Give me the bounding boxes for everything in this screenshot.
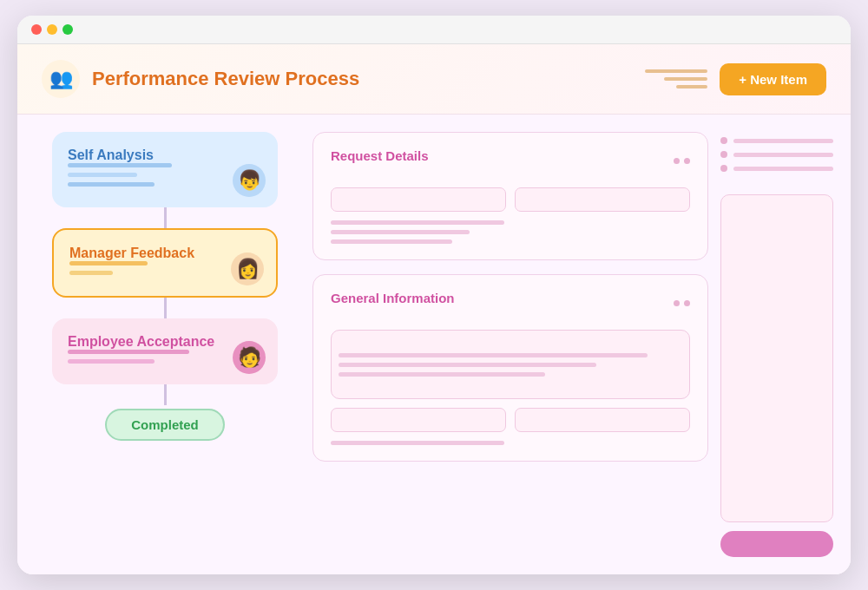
header-right: + New Item <box>645 63 826 95</box>
form-line <box>331 239 452 244</box>
form-line <box>331 441 504 445</box>
avatar-icon: 👩 <box>236 258 260 280</box>
new-item-button[interactable]: + New Item <box>720 63 826 95</box>
details-panel: Request Details <box>312 132 833 557</box>
self-analysis-title: Self Analysis <box>68 148 154 162</box>
line <box>68 182 155 187</box>
right-main: Request Details <box>312 132 833 557</box>
people-icon: 👥 <box>49 68 73 90</box>
completed-badge: Completed <box>105 409 225 441</box>
maximize-dot[interactable] <box>62 24 73 35</box>
self-analysis-avatar: 👦 <box>233 164 266 197</box>
request-detail-lines <box>331 220 690 244</box>
connector-1 <box>164 207 167 228</box>
line <box>68 173 137 177</box>
general-field-2[interactable] <box>515 408 690 432</box>
manager-feedback-card[interactable]: Manager Feedback 👩 <box>52 228 278 298</box>
side-dot <box>720 151 727 158</box>
request-details-card: Request Details <box>312 132 708 260</box>
general-information-card: General Information <box>312 274 708 462</box>
side-dot <box>720 137 727 144</box>
manager-feedback-title: Manager Feedback <box>69 246 194 260</box>
line <box>69 271 113 275</box>
textarea-line <box>339 363 596 367</box>
side-line <box>733 167 833 171</box>
manager-feedback-avatar: 👩 <box>231 252 264 285</box>
side-item-3 <box>720 165 833 172</box>
self-analysis-card[interactable]: Self Analysis 👦 <box>52 132 278 207</box>
header: 👥 Performance Review Process + New Item <box>17 44 851 115</box>
form-section: Request Details <box>312 132 708 557</box>
side-line <box>733 139 833 143</box>
form-line <box>331 220 504 225</box>
avatar-icon: 👦 <box>238 169 261 192</box>
request-fields-row <box>331 187 690 212</box>
request-field-1[interactable] <box>331 187 506 212</box>
side-item-1 <box>720 137 833 144</box>
line <box>69 261 148 266</box>
request-details-dots <box>674 158 690 164</box>
general-info-lines <box>331 441 690 445</box>
general-info-textarea[interactable] <box>331 330 690 399</box>
page-title: Performance Review Process <box>92 68 359 90</box>
main-content: Self Analysis 👦 Manager Feedback <box>17 115 851 574</box>
dot <box>684 158 690 164</box>
dot <box>674 158 680 164</box>
line <box>68 359 155 364</box>
close-dot[interactable] <box>31 24 42 35</box>
header-decoration <box>645 69 707 88</box>
side-dot <box>720 165 727 172</box>
side-panel <box>720 132 833 557</box>
side-item-2 <box>720 151 833 158</box>
header-line-1 <box>645 69 707 73</box>
employee-acceptance-card[interactable]: Employee Acceptance 🧑 <box>52 318 278 384</box>
avatar-icon: 🧑 <box>238 346 261 369</box>
general-fields-row <box>331 408 690 432</box>
side-image-placeholder <box>720 194 833 522</box>
side-items <box>720 137 833 172</box>
header-icon: 👥 <box>42 60 80 98</box>
side-line <box>733 153 833 157</box>
form-line <box>331 230 470 234</box>
textarea-line <box>339 353 648 357</box>
general-info-title: General Information <box>331 291 455 305</box>
textarea-line <box>339 372 545 377</box>
employee-acceptance-title: Employee Acceptance <box>68 334 214 349</box>
dot <box>684 300 690 306</box>
header-line-2 <box>664 77 707 81</box>
employee-acceptance-avatar: 🧑 <box>233 341 266 374</box>
workflow-panel: Self Analysis 👦 Manager Feedback <box>35 132 295 557</box>
connector-2 <box>164 298 167 318</box>
app-window: 👥 Performance Review Process + New Item … <box>17 16 851 574</box>
minimize-dot[interactable] <box>47 24 57 35</box>
header-line-3 <box>676 85 707 88</box>
request-field-2[interactable] <box>515 187 690 212</box>
general-field-1[interactable] <box>331 408 506 432</box>
line <box>68 163 172 167</box>
general-info-dots <box>674 300 690 306</box>
dot <box>674 300 680 306</box>
titlebar <box>17 16 851 44</box>
line <box>68 350 189 354</box>
header-left: 👥 Performance Review Process <box>42 60 359 98</box>
request-details-title: Request Details <box>331 148 429 163</box>
side-action-button[interactable] <box>720 531 833 557</box>
connector-3 <box>164 384 167 405</box>
